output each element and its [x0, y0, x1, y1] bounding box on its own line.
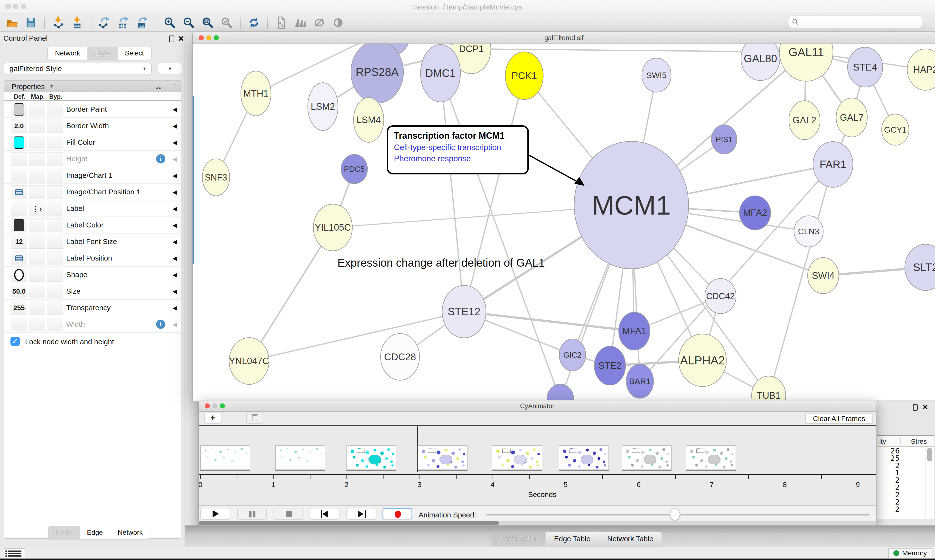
expand-row-icon[interactable]: ◀ — [173, 271, 177, 278]
expand-row-icon[interactable]: ◀ — [173, 189, 177, 195]
default-value-cell[interactable]: 12 — [11, 235, 27, 249]
network-edge[interactable] — [249, 312, 464, 361]
lock-size-checkbox[interactable]: ✓ — [11, 337, 20, 346]
play-button[interactable] — [201, 508, 230, 519]
network-node-yil105c[interactable]: YIL105C — [313, 204, 352, 251]
default-value-cell[interactable] — [11, 252, 27, 265]
float-icon[interactable] — [169, 35, 174, 42]
network-node-kss1[interactable] — [547, 384, 574, 401]
bypass-cell[interactable] — [47, 318, 63, 331]
mapping-cell[interactable]: ⋮› — [29, 202, 45, 215]
timeline-scrollbar-thumb[interactable] — [199, 521, 499, 525]
mapping-cell[interactable] — [29, 235, 45, 249]
zoom-selected-button[interactable] — [220, 15, 234, 30]
default-value-cell[interactable] — [11, 185, 27, 199]
mapping-cell[interactable] — [29, 318, 45, 331]
annotation-link-1[interactable]: Cell-type-specific transcription — [394, 143, 522, 152]
frame-thumbnail-0[interactable] — [201, 445, 250, 470]
property-row-label[interactable]: ⋮›Label◀ — [4, 200, 181, 217]
network-node-ste2[interactable]: STE2 — [594, 346, 625, 385]
expand-row-icon[interactable]: ◀ — [173, 238, 177, 245]
tab-style[interactable]: Style — [88, 47, 117, 60]
network-node-ynl047c[interactable]: YNL047C — [229, 338, 269, 385]
cyanimator-titlebar[interactable]: CyAnimator — [199, 400, 876, 412]
next-frame-button[interactable] — [347, 508, 376, 519]
add-frame-button[interactable]: + — [204, 412, 221, 423]
bypass-cell[interactable] — [47, 119, 63, 133]
network-node-far1[interactable]: FAR1 — [813, 142, 853, 187]
mapping-cell[interactable] — [29, 119, 45, 133]
expand-row-icon[interactable]: ◀ — [173, 156, 177, 163]
network-node-lsm2[interactable]: LSM2 — [308, 83, 338, 131]
network-node-dmc1[interactable]: DMC1 — [421, 45, 460, 102]
network-node-mfa2[interactable]: MFA2 — [739, 196, 771, 230]
search-box[interactable] — [788, 15, 922, 28]
mapping-cell[interactable] — [29, 103, 45, 116]
tab-node[interactable]: Node — [48, 526, 80, 539]
timeline-scrollbar[interactable] — [199, 521, 876, 525]
record-button[interactable] — [383, 508, 412, 519]
tab-network-table[interactable]: Network Table — [599, 532, 662, 546]
network-node-snf3[interactable]: SNF3 — [202, 159, 230, 196]
frame-thumbnail-5[interactable] — [559, 445, 609, 470]
default-value-cell[interactable]: 255 — [11, 301, 27, 315]
refresh-button[interactable] — [247, 15, 261, 30]
mapping-cell[interactable] — [29, 152, 45, 166]
expand-row-icon[interactable]: ◀ — [173, 139, 177, 146]
frame-thumbnail-4[interactable] — [492, 445, 542, 470]
expand-row-icon[interactable]: ◀ — [173, 321, 177, 328]
default-value-cell[interactable] — [11, 218, 27, 232]
bypass-cell[interactable] — [47, 136, 63, 149]
expand-row-icon[interactable]: ◀ — [173, 172, 177, 179]
property-row-border-paint[interactable]: Border Paint◀ — [4, 101, 181, 118]
search-network-button[interactable] — [293, 15, 307, 30]
expand-row-icon[interactable]: ◀ — [173, 288, 177, 295]
pause-button[interactable] — [237, 508, 267, 519]
network-node-pis1[interactable]: PIS1 — [711, 125, 737, 154]
network-node-gic2[interactable]: GIC2 — [559, 339, 586, 371]
network-node-lsm4[interactable]: LSM4 — [353, 98, 384, 142]
column-centrality[interactable]: ity — [879, 438, 886, 445]
expand-row-icon[interactable]: ◀ — [173, 305, 177, 311]
network-caption[interactable]: Expression change after deletion of GAL1 — [338, 256, 545, 269]
property-row-transparency[interactable]: 255Transparency◀ — [4, 300, 181, 316]
save-session-button[interactable] — [24, 15, 38, 30]
network-node-swi5[interactable]: SWI5 — [642, 58, 671, 92]
network-node-gal11[interactable]: GAL11 — [779, 43, 833, 81]
column-stress[interactable]: Stres — [911, 438, 927, 445]
property-row-height[interactable]: Heighti◀ — [4, 151, 181, 168]
default-value-cell[interactable] — [11, 268, 27, 282]
stop-button[interactable] — [274, 508, 303, 519]
table-scrollbar[interactable] — [926, 448, 933, 518]
network-edge[interactable] — [440, 73, 560, 399]
float-icon[interactable] — [913, 404, 918, 411]
show-all-button[interactable] — [331, 15, 345, 30]
tab-network[interactable]: Network — [48, 47, 88, 60]
network-node-gal7[interactable]: GAL7 — [836, 98, 867, 137]
mapping-cell[interactable] — [29, 252, 45, 265]
network-from-selection-button[interactable] — [274, 15, 288, 30]
speed-slider-handle[interactable] — [670, 508, 680, 520]
property-row-border-width[interactable]: 2.0Border Width◀ — [4, 118, 181, 134]
network-canvas[interactable]: DCP1RPS28ADMC1PCK1SWI5GAL80GAL11STE4HAP2… — [193, 43, 935, 401]
bypass-cell[interactable] — [47, 202, 63, 215]
previous-frame-button[interactable] — [310, 508, 339, 519]
default-value-cell[interactable] — [11, 103, 27, 116]
default-value-cell[interactable] — [11, 152, 27, 166]
network-node-rps28a[interactable]: RPS28A — [351, 43, 403, 103]
default-value-cell[interactable] — [11, 202, 27, 215]
mapping-cell[interactable] — [29, 268, 45, 282]
expand-row-icon[interactable]: ◀ — [173, 222, 177, 229]
tab-edge[interactable]: Edge — [80, 526, 110, 539]
bypass-cell[interactable] — [47, 103, 63, 116]
property-row-fill-color[interactable]: Fill Color◀ — [4, 134, 181, 151]
style-options-button[interactable]: ▾ — [158, 63, 182, 74]
network-node-cdc28[interactable]: CDC28 — [381, 334, 420, 380]
frame-thumbnail-2[interactable] — [347, 445, 397, 470]
delete-frame-button[interactable] — [246, 412, 263, 423]
open-session-button[interactable] — [5, 15, 19, 30]
task-history-button[interactable] — [4, 548, 25, 558]
bypass-cell[interactable] — [47, 169, 63, 182]
network-node-cdc42[interactable]: CDC42 — [705, 278, 736, 314]
network-window-titlebar[interactable]: galFiltered.sif — [193, 32, 935, 43]
